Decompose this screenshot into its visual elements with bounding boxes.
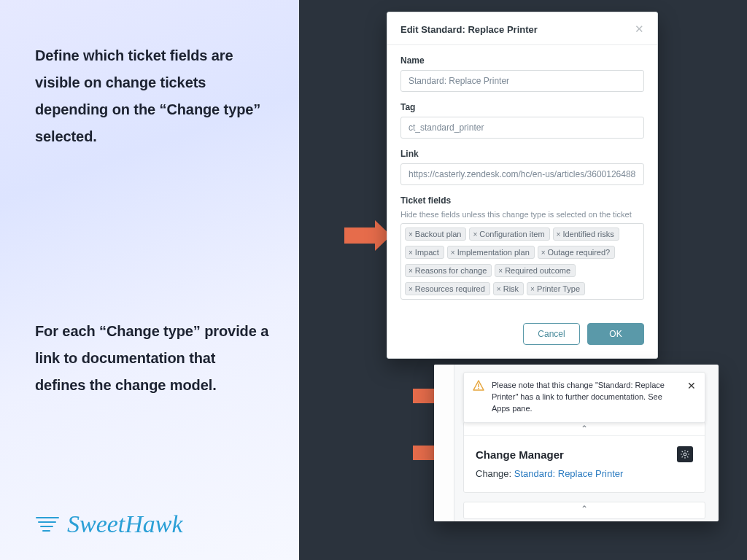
chip-label: Printer Type [537,284,580,293]
chip-label: Identified risks [562,230,614,238]
tag-field[interactable] [400,117,644,139]
remove-chip-icon[interactable]: × [409,267,413,275]
edit-change-type-modal: Edit Standard: Replace Printer ✕ Name Ta… [387,12,658,359]
right-preview-panel: Edit Standard: Replace Printer ✕ Name Ta… [299,0,747,560]
cancel-button[interactable]: Cancel [523,323,580,345]
chip-label: Outage required? [548,248,611,257]
change-link-row: Change: Standard: Replace Printer [476,468,693,479]
toast-text: Please note that this change "Standard: … [492,380,680,415]
remove-chip-icon[interactable]: × [409,230,413,238]
ticket-field-chip[interactable]: ×Implementation plan [447,246,535,259]
ticket-field-chip[interactable]: ×Identified risks [553,228,619,241]
ticket-field-chip[interactable]: ×Impact [405,246,444,259]
ticket-field-chip[interactable]: ×Resources required [405,282,490,295]
logo-text: SweetHawk [67,510,183,538]
collapse-icon[interactable]: ⌃ [464,422,705,436]
svg-point-2 [684,453,686,456]
remove-chip-icon[interactable]: × [409,285,413,293]
ticket-field-chip[interactable]: ×Risk [493,282,524,295]
chip-label: Impact [415,248,439,257]
remove-chip-icon[interactable]: × [541,249,546,257]
svg-line-9 [682,456,683,457]
change-documentation-link[interactable]: Standard: Replace Printer [514,468,624,479]
wing-icon [35,513,64,535]
svg-point-1 [478,388,479,389]
ticket-fields-label: Ticket fields [400,195,644,206]
change-manager-card: ⌃ Change Manager Change: Standard: Repla… [463,421,705,493]
apps-pane-preview: Please note that this change "Standard: … [434,365,719,521]
chip-label: Risk [503,284,519,293]
ticket-fields-tagbox[interactable]: ×Backout plan×Configuration item×Identif… [400,223,644,300]
ticket-field-chip[interactable]: ×Backout plan [405,228,466,241]
sidebar-sliver [434,365,454,521]
chip-label: Required outcome [505,266,570,275]
svg-line-10 [687,451,688,452]
svg-line-8 [687,456,688,457]
collapsed-card[interactable]: ⌃ [463,502,705,519]
modal-title: Edit Standard: Replace Printer [400,24,538,35]
left-info-panel: Define which ticket fields are visible o… [0,0,299,560]
chip-label: Reasons for change [415,266,487,275]
ok-button[interactable]: OK [587,323,644,345]
ticket-field-chip[interactable]: ×Required outcome [495,264,576,277]
chip-label: Implementation plan [457,248,530,257]
remove-chip-icon[interactable]: × [498,267,503,275]
link-field[interactable] [400,163,644,185]
remove-chip-icon[interactable]: × [530,285,535,293]
chip-label: Configuration item [479,230,544,238]
name-field[interactable] [400,70,644,92]
name-label: Name [400,55,644,66]
change-manager-title: Change Manager [476,448,564,461]
ticket-fields-help: Hide these fields unless this change typ… [400,210,644,219]
close-icon[interactable]: ✕ [687,380,696,415]
tag-label: Tag [400,102,644,112]
ticket-field-chip[interactable]: ×Reasons for change [405,264,492,277]
warning-icon [473,380,484,392]
pointer-arrow-icon [344,220,391,251]
description-2: For each “Change type” provide a link to… [35,318,270,399]
remove-chip-icon[interactable]: × [473,230,477,238]
remove-chip-icon[interactable]: × [409,249,413,257]
change-label: Change: [476,468,514,479]
ticket-field-chip[interactable]: ×Outage required? [538,246,615,259]
documentation-toast: Please note that this change "Standard: … [463,372,705,423]
gear-icon[interactable] [677,446,693,462]
description-1: Define which ticket fields are visible o… [35,42,270,150]
ticket-field-chip[interactable]: ×Printer Type [527,282,585,295]
chip-label: Backout plan [415,230,462,238]
chip-label: Resources required [415,284,485,293]
ticket-field-chip[interactable]: ×Configuration item [469,228,549,241]
close-icon[interactable]: ✕ [635,23,644,36]
link-label: Link [400,149,644,159]
remove-chip-icon[interactable]: × [451,249,455,257]
svg-line-7 [682,451,683,452]
remove-chip-icon[interactable]: × [557,230,561,238]
remove-chip-icon[interactable]: × [497,285,501,293]
sweethawk-logo: SweetHawk [35,510,183,538]
